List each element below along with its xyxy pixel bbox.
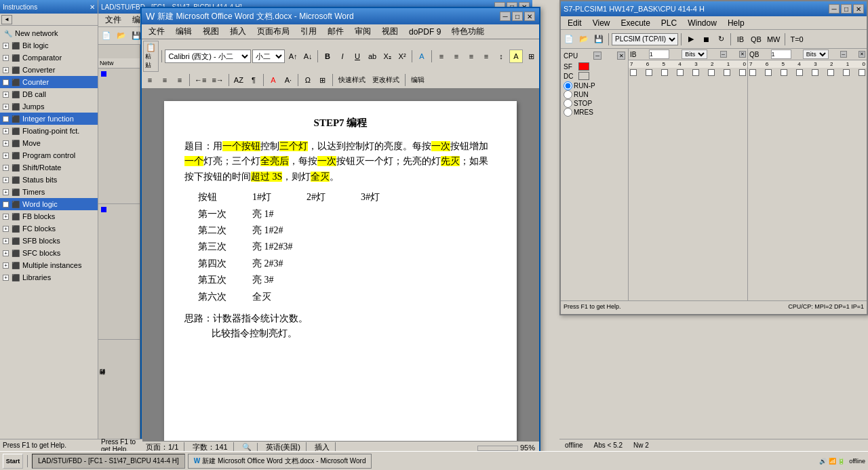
- qb-bit0[interactable]: [859, 69, 865, 76]
- number-list-btn[interactable]: ≡: [158, 73, 172, 87]
- ib-bit6[interactable]: [646, 69, 652, 76]
- sidebar-item-new-network[interactable]: 🔧 New network: [0, 27, 98, 39]
- plcsim-menu-view[interactable]: View: [587, 17, 616, 29]
- qb-bit5[interactable]: [781, 69, 787, 76]
- menu-view-word[interactable]: 视图: [197, 24, 224, 39]
- cpu-minimize-btn[interactable]: ─: [593, 52, 601, 60]
- align-right-btn[interactable]: ≡: [465, 50, 478, 63]
- open-btn[interactable]: 📂: [115, 29, 128, 43]
- ib-minimize-btn[interactable]: ─: [720, 51, 727, 58]
- expand-icon-db[interactable]: +: [3, 92, 9, 98]
- plcsim-t0-btn[interactable]: T=0: [788, 33, 805, 46]
- sidebar-item-db-call[interactable]: + ⬛ DB call: [0, 88, 98, 100]
- plcsim-scan-btn[interactable]: ↻: [714, 33, 728, 46]
- clear-format-btn[interactable]: A·: [281, 73, 295, 87]
- taskbar-btn-plc[interactable]: LAD/STU/FBD - [FC1 - S1\47_B\CPU 414-4 H…: [32, 454, 185, 469]
- expand-icon-move[interactable]: +: [3, 140, 9, 146]
- bullet-list-btn[interactable]: ≡: [143, 73, 157, 87]
- expand-icon-conv[interactable]: +: [3, 67, 9, 73]
- superscript-btn[interactable]: X²: [395, 50, 409, 63]
- sidebar-item-shift[interactable]: + ⬛ Shift/Rotate: [0, 161, 98, 174]
- expand-icon-comp[interactable]: +: [3, 55, 9, 61]
- underline-btn[interactable]: U: [351, 50, 364, 63]
- line-spacing-btn[interactable]: ↕: [494, 50, 508, 63]
- insert-char-btn[interactable]: Ω: [301, 73, 315, 87]
- outline-list-btn[interactable]: ≡: [173, 73, 186, 87]
- sidebar-item-sfc-blocks[interactable]: + ⬛ SFC blocks: [0, 247, 98, 259]
- taskbar-btn-word[interactable]: W 新建 Microsoft Office Word 文档.docx - Mic…: [188, 454, 372, 469]
- plcsim-maximize-btn[interactable]: □: [841, 4, 852, 14]
- sidebar-arrow-left[interactable]: ◄: [1, 15, 12, 24]
- menu-insert-word[interactable]: 插入: [224, 24, 252, 39]
- sidebar-item-bit-logic[interactable]: + ⬛ Bit logic: [0, 39, 98, 52]
- expand-icon-lib[interactable]: +: [3, 275, 9, 281]
- plcsim-mw-btn[interactable]: MW: [765, 33, 783, 46]
- sidebar-item-counter[interactable]: + ⬛ Counter: [0, 76, 98, 88]
- sidebar-item-libraries[interactable]: + ⬛ Libraries: [0, 271, 98, 283]
- sidebar-item-fb-blocks[interactable]: + ⬛ FB blocks: [0, 210, 98, 222]
- sidebar-item-status-bits[interactable]: + ⬛ Status bits: [0, 174, 98, 186]
- plcsim-menu-edit[interactable]: Edit: [562, 17, 587, 29]
- sidebar-close-btn[interactable]: ✕: [90, 3, 95, 11]
- word-scroll-area[interactable]: STEP7 编程 题目：用一个按钮控制三个灯，以达到控制灯的亮度。每按一次按钮增…: [142, 89, 539, 441]
- border-btn[interactable]: ⊞: [524, 50, 538, 63]
- bold-btn[interactable]: B: [321, 50, 334, 63]
- ib-bit2[interactable]: [708, 69, 715, 76]
- ib-type-select[interactable]: Bits: [682, 50, 707, 59]
- plcsim-open-btn[interactable]: 📂: [577, 33, 591, 46]
- menu-review-word[interactable]: 审阅: [349, 24, 376, 39]
- shading-btn[interactable]: A: [509, 50, 523, 63]
- ib-bit7[interactable]: [630, 69, 637, 76]
- run-radio[interactable]: [564, 90, 572, 99]
- paste-btn-word[interactable]: 📋 粘贴: [143, 41, 159, 72]
- qb-type-select[interactable]: Bits: [803, 50, 829, 59]
- sidebar-item-timers[interactable]: + ⬛ Timers: [0, 186, 98, 198]
- ib-address-input[interactable]: [649, 50, 669, 59]
- text-effects-btn[interactable]: A: [415, 50, 429, 63]
- sidebar-item-move[interactable]: + ⬛ Move: [0, 137, 98, 149]
- font-grow-btn[interactable]: A↑: [286, 50, 300, 63]
- expand-icon-word[interactable]: +: [3, 201, 9, 208]
- expand-icon-bit[interactable]: +: [3, 43, 9, 49]
- sidebar-item-converter[interactable]: + ⬛ Converter: [0, 64, 98, 76]
- plcsim-new-btn[interactable]: 📄: [562, 33, 576, 46]
- menu-datei[interactable]: 文件: [100, 13, 127, 27]
- expand-icon-timer[interactable]: +: [3, 189, 9, 195]
- menu-file-word[interactable]: 文件: [143, 24, 170, 39]
- expand-icon-int[interactable]: +: [3, 116, 9, 122]
- subscript-btn[interactable]: X₂: [380, 50, 394, 63]
- word-close-btn[interactable]: ✕: [524, 12, 535, 21]
- mres-radio[interactable]: [564, 108, 572, 117]
- qb-bit6[interactable]: [765, 69, 772, 76]
- plcsim-menu-help[interactable]: Help: [722, 17, 750, 29]
- expand-icon-sfc[interactable]: +: [3, 250, 9, 256]
- sidebar-item-word-logic[interactable]: + ⬛ Word logic: [0, 198, 98, 210]
- decrease-indent-btn[interactable]: ←≡: [193, 73, 208, 87]
- qb-bit3[interactable]: [812, 69, 818, 76]
- sidebar-item-integer[interactable]: + ⬛ Integer function: [0, 113, 98, 125]
- plcsim-run-btn[interactable]: ▶: [684, 33, 698, 46]
- plcsim-menu-execute[interactable]: Execute: [615, 17, 655, 29]
- font-color-btn[interactable]: A: [267, 73, 280, 87]
- font-shrink-btn[interactable]: A↓: [301, 50, 315, 63]
- menu-dopdf-word[interactable]: doPDF 9: [403, 26, 446, 38]
- menu-edit-word[interactable]: 编辑: [170, 24, 197, 39]
- plcsim-close-btn[interactable]: ✕: [853, 4, 864, 14]
- ib-bit0[interactable]: [739, 69, 746, 76]
- qb-minimize-btn[interactable]: ─: [840, 51, 847, 58]
- runp-radio[interactable]: [564, 81, 572, 90]
- menu-special-word[interactable]: 特色功能: [446, 24, 490, 39]
- font-size-select[interactable]: 小二: [252, 50, 285, 63]
- ib-bit4[interactable]: [677, 69, 684, 76]
- plcsim-qb-btn[interactable]: QB: [749, 33, 764, 46]
- sidebar-item-comparator[interactable]: + ⬛ Comparator: [0, 52, 98, 64]
- show-para-btn[interactable]: ¶: [247, 73, 260, 87]
- word-maximize-btn[interactable]: □: [512, 12, 523, 21]
- plcsim-save-btn[interactable]: 💾: [592, 33, 606, 46]
- expand-icon-count[interactable]: +: [3, 79, 9, 85]
- stop-radio[interactable]: [564, 99, 572, 108]
- expand-icon-float[interactable]: +: [3, 128, 9, 134]
- strikethrough-btn[interactable]: ab: [366, 50, 379, 63]
- start-btn[interactable]: Start: [3, 454, 23, 469]
- qb-bit4[interactable]: [796, 69, 803, 76]
